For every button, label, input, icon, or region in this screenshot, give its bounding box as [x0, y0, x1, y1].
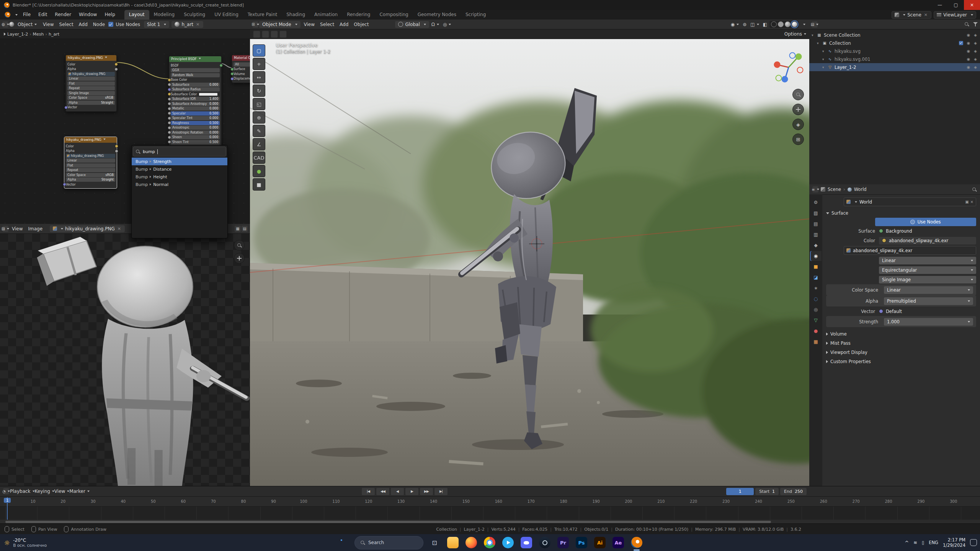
viewport-tool-button[interactable]: ↻	[253, 85, 265, 97]
viewport-tool-button[interactable]: ■	[253, 178, 265, 191]
node-row[interactable]: Roughness0.500	[171, 121, 220, 125]
tray-chevron-icon[interactable]: ^	[905, 540, 909, 546]
viewport-tool-button[interactable]: ◱	[253, 98, 265, 110]
taskbar-app[interactable]: Pr	[556, 535, 570, 550]
overlays-toggle-icon[interactable]: ◫	[749, 22, 760, 27]
camera-visibility-icon[interactable]: ◈	[974, 57, 977, 61]
workspace-tab[interactable]: Sculpting	[179, 10, 210, 20]
node-row[interactable]: Subsurface Anisotropy0.000	[171, 102, 220, 106]
node-row[interactable]: Color	[67, 62, 115, 67]
menu-item[interactable]: Marker	[69, 489, 89, 494]
node-material-output[interactable]: Material Out... All Surface Volume Displ…	[232, 55, 250, 83]
properties-tab[interactable]: ∗	[810, 283, 822, 293]
node-row[interactable]: Metallic0.000	[171, 106, 220, 111]
editor-type-icon[interactable]: ⊞	[252, 21, 258, 28]
workspace-tab[interactable]: Modeling	[149, 10, 180, 20]
new-image-icon[interactable]: ▦	[235, 226, 241, 232]
node-row[interactable]: GGX	[171, 68, 220, 72]
fake-user-icon[interactable]: ▣	[965, 200, 969, 204]
property-row[interactable]: Single Image	[826, 275, 976, 284]
node-row[interactable]: Repeat	[67, 86, 115, 90]
properties-tab[interactable]: ◉	[810, 251, 822, 261]
proportional-editing-icon[interactable]: ◎	[441, 22, 452, 27]
camera-visibility-icon[interactable]: ◈	[974, 33, 977, 37]
menu-item[interactable]: Help	[101, 10, 119, 20]
taskbar-app[interactable]	[464, 535, 479, 550]
node-row[interactable]: Color SpacesRGB	[66, 173, 115, 177]
property-row[interactable]: Color Space Linear	[826, 284, 976, 295]
language-indicator[interactable]: ENG	[929, 540, 938, 545]
filter-icon[interactable]	[973, 22, 978, 26]
start-frame-field[interactable]: Start1	[755, 488, 779, 495]
property-row[interactable]: Alpha Premultiplied	[826, 295, 976, 306]
breadcrumb-world[interactable]: World	[854, 187, 867, 192]
unlink-icon[interactable]: ×	[970, 200, 973, 204]
editor-type-icon[interactable]: ≡	[812, 186, 818, 192]
image-canvas[interactable]	[0, 234, 250, 486]
node-row[interactable]: Base Color	[171, 78, 220, 82]
node-row[interactable]: AlphaStraight	[67, 101, 115, 105]
node-row[interactable]: Color	[66, 144, 115, 148]
material-datablock[interactable]: h_art ×	[172, 21, 203, 28]
taskbar-app[interactable]: Ai	[593, 535, 607, 550]
workspace-tab[interactable]: Shading	[282, 10, 310, 20]
slot-dropdown[interactable]: Slot 1	[144, 21, 169, 28]
camera-visibility-icon[interactable]: ◈	[974, 41, 977, 45]
zoom-view-button[interactable]	[792, 89, 804, 100]
collapsed-section[interactable]: Custom Properties	[826, 357, 976, 366]
node-row[interactable]: Sheen Tint0.500	[171, 140, 220, 144]
shading-mode-button[interactable]	[771, 21, 777, 27]
editor-type-icon[interactable]: ◔	[3, 488, 9, 494]
wifi-icon[interactable]: ≋	[913, 540, 917, 545]
workspace-tab[interactable]: Geometry Nodes	[413, 10, 461, 20]
node-row[interactable]: Linear	[67, 77, 115, 81]
node-row[interactable]: BSDF	[171, 64, 220, 68]
playback-button[interactable]: |◀	[361, 487, 375, 496]
outliner-row[interactable]: ▾ ▣ Collection ◉ ◈	[809, 39, 980, 47]
properties-tab[interactable]: ▧	[810, 208, 822, 218]
shading-mode-button[interactable]	[778, 21, 784, 27]
xray-toggle-icon[interactable]: ◧	[761, 22, 769, 27]
property-row[interactable]: abandoned_slipway_4k.exr	[826, 245, 976, 256]
node-row[interactable]: Vector	[67, 105, 115, 109]
scene-selector[interactable]: Scene ×	[892, 11, 931, 19]
hide-eye-icon[interactable]: ◉	[967, 49, 970, 53]
menu-item[interactable]: View	[54, 489, 69, 494]
tool-option-toggle[interactable]	[279, 31, 287, 38]
outliner-row[interactable]: ▾ ∿ hikyaku.svg ◉ ◈	[809, 47, 980, 55]
viewlayer-selector[interactable]: ViewLayer	[934, 11, 976, 19]
property-row[interactable]: Equirectangular	[826, 265, 976, 275]
properties-tab[interactable]: ▥	[810, 230, 822, 240]
expander-icon[interactable]: ▾	[822, 49, 827, 53]
playback-button[interactable]: ◀◀	[376, 487, 390, 496]
current-frame-field[interactable]: 1	[726, 488, 754, 495]
properties-tab[interactable]: ◌	[810, 294, 822, 304]
node-row[interactable]: Flat	[66, 163, 115, 168]
properties-tab[interactable]: ▽	[810, 315, 822, 325]
editor-type-icon[interactable]: ◍	[2, 21, 8, 28]
node-row[interactable]: Color SpacesRGB	[67, 96, 115, 100]
node-row[interactable]: All	[234, 62, 250, 67]
workspace-tab[interactable]: Layout	[124, 10, 149, 20]
editor-type-icon[interactable]: ▨	[2, 226, 8, 232]
zoom-tool-button[interactable]	[234, 240, 245, 251]
menu-item[interactable]: Image	[25, 226, 45, 231]
outliner-row[interactable]: ▾ ∿ hikyaku.svg.001 ◉ ◈	[809, 55, 980, 63]
workspace-tab[interactable]: Rendering	[342, 10, 375, 20]
search-result-item[interactable]: Bump Strength	[132, 158, 227, 165]
menu-item[interactable]: Add	[76, 22, 90, 27]
use-nodes-checkbox[interactable]	[108, 22, 113, 27]
properties-tab[interactable]: ▦	[810, 337, 822, 347]
node-header[interactable]: hikyaku_drawing.PNG	[66, 55, 116, 61]
node-image-texture-selected[interactable]: hikyaku_drawing.PNG Color Alpha hikyaku_…	[64, 137, 117, 189]
node-row[interactable]: hikyaku_drawing.PNG	[67, 72, 115, 76]
toggle-perspective-button[interactable]: ⊞	[792, 134, 804, 145]
properties-tab[interactable]: ▤	[810, 219, 822, 229]
mode-dropdown[interactable]: Object Mode	[259, 21, 301, 28]
playback-button[interactable]: ▶	[405, 487, 419, 496]
exclude-checkbox[interactable]	[959, 41, 963, 45]
breadcrumb-mesh[interactable]: Mesh	[33, 32, 44, 37]
playhead-label[interactable]: 1	[4, 498, 11, 503]
node-row[interactable]: AlphaStraight	[66, 178, 115, 182]
workspace-tab[interactable]: Compositing	[375, 10, 413, 20]
